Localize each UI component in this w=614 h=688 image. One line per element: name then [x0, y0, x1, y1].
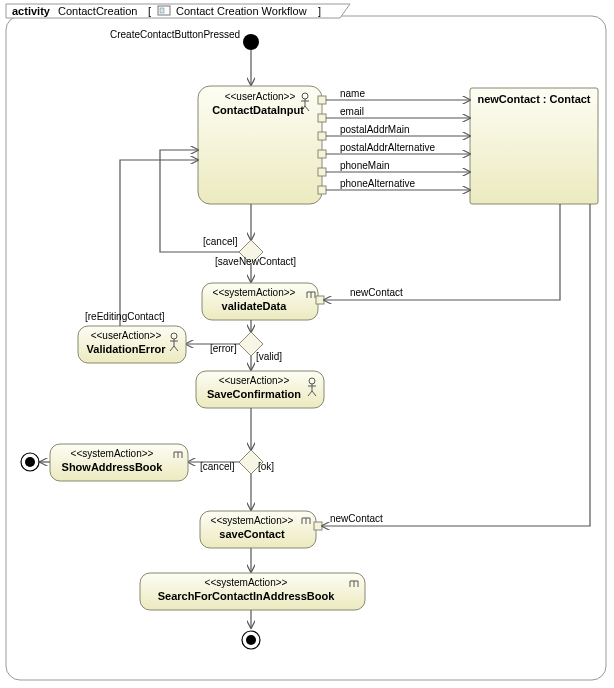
node-newcontact-object [470, 88, 598, 204]
svg-text:newContact: newContact [330, 513, 383, 524]
svg-rect-4 [318, 132, 326, 140]
svg-text:ShowAddressBook: ShowAddressBook [62, 461, 164, 473]
svg-text:[error]: [error] [210, 343, 237, 354]
svg-rect-7 [318, 186, 326, 194]
svg-rect-5 [318, 150, 326, 158]
svg-text:postalAddrMain: postalAddrMain [340, 124, 409, 135]
svg-text:<<userAction>>: <<userAction>> [91, 330, 162, 341]
svg-point-40 [246, 635, 256, 645]
initial-node [243, 34, 259, 50]
svg-text:<<systemAction>>: <<systemAction>> [71, 448, 154, 459]
svg-point-33 [25, 457, 35, 467]
svg-text:SaveConfirmation: SaveConfirmation [207, 388, 301, 400]
svg-text:[ok]: [ok] [258, 461, 274, 472]
svg-text:email: email [340, 106, 364, 117]
title-input: ContactDataInput [212, 104, 304, 116]
svg-rect-36 [314, 522, 322, 530]
svg-text:phoneAlternative: phoneAlternative [340, 178, 415, 189]
frame-bracket-open: [ [148, 5, 151, 17]
frame-kind: activity [12, 5, 51, 17]
svg-text:[cancel]: [cancel] [200, 461, 235, 472]
svg-rect-3 [318, 114, 326, 122]
svg-rect-18 [316, 296, 324, 304]
edge-reedit-loop [120, 160, 198, 326]
svg-text:<<systemAction>>: <<systemAction>> [211, 515, 294, 526]
svg-text:validateData: validateData [222, 300, 288, 312]
svg-rect-6 [318, 168, 326, 176]
edge-newcontact-validate [324, 204, 560, 300]
svg-text:newContact: newContact [350, 287, 403, 298]
svg-rect-2 [318, 96, 326, 104]
frame-name: ContactCreation [58, 5, 138, 17]
svg-text:[saveNewContact]: [saveNewContact] [215, 256, 296, 267]
activity-diagram: activity ContactCreation [ Contact Creat… [0, 0, 614, 688]
svg-text:<<userAction>>: <<userAction>> [219, 375, 290, 386]
svg-text:saveContact: saveContact [219, 528, 285, 540]
svg-text:ValidationError: ValidationError [87, 343, 167, 355]
svg-text:[cancel]: [cancel] [203, 236, 238, 247]
svg-text:postalAddrAlternative: postalAddrAlternative [340, 142, 435, 153]
initial-label: CreateContactButtonPressed [110, 29, 240, 40]
svg-text:[reEditingContact]: [reEditingContact] [85, 311, 165, 322]
svg-text:SearchForContactInAddressBook: SearchForContactInAddressBook [158, 590, 336, 602]
frame-subtitle: Contact Creation Workflow [176, 5, 307, 17]
svg-text:<<systemAction>>: <<systemAction>> [213, 287, 296, 298]
stereotype-input: <<userAction>> [225, 91, 296, 102]
svg-text:phoneMain: phoneMain [340, 160, 389, 171]
title-object: newContact : Contact [477, 93, 590, 105]
svg-rect-0 [160, 8, 164, 13]
svg-text:[valid]: [valid] [256, 351, 282, 362]
edge-newcontact-save [322, 204, 590, 526]
svg-text:<<systemAction>>: <<systemAction>> [205, 577, 288, 588]
frame-bracket-close: ] [318, 5, 321, 17]
svg-text:name: name [340, 88, 365, 99]
